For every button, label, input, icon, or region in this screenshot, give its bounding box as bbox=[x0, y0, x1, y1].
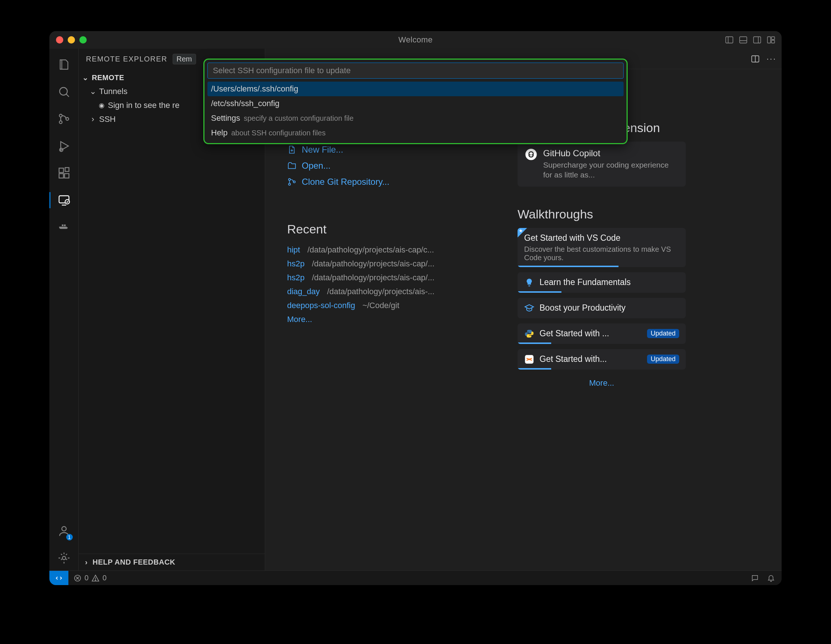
chevron-down-icon: ⌄ bbox=[89, 88, 97, 96]
updated-badge: Updated bbox=[647, 329, 679, 338]
bell-icon[interactable] bbox=[767, 574, 775, 582]
recent-item[interactable]: diag_day/data/pathology/projects/ais-... bbox=[287, 285, 492, 298]
svg-rect-18 bbox=[65, 167, 69, 172]
error-icon[interactable] bbox=[73, 574, 81, 582]
remote-explorer-icon[interactable] bbox=[49, 188, 79, 213]
card-description: Supercharge your coding experience for a… bbox=[543, 160, 678, 180]
walkthrough-python[interactable]: Get Started with ... Updated bbox=[517, 324, 686, 344]
walkthrough-productivity[interactable]: Boost your Productivity bbox=[517, 298, 686, 318]
svg-point-9 bbox=[60, 88, 67, 95]
copilot-icon bbox=[525, 148, 537, 161]
accounts-badge: 1 bbox=[66, 534, 73, 540]
svg-point-26 bbox=[288, 179, 290, 180]
quickpick-item[interactable]: /etc/ssh/ssh_config bbox=[207, 96, 624, 111]
svg-rect-2 bbox=[740, 37, 747, 43]
ssh-config-quickpick: /Users/clems/.ssh/config /etc/ssh/ssh_co… bbox=[203, 59, 628, 144]
svg-rect-4 bbox=[753, 37, 761, 43]
chevron-down-icon: ⌄ bbox=[81, 73, 90, 81]
maximize-window-button[interactable] bbox=[80, 36, 87, 43]
docker-icon[interactable] bbox=[49, 215, 79, 240]
welcome-page: Editing evolved Start New File... Open..… bbox=[265, 69, 782, 571]
svg-point-29 bbox=[525, 148, 536, 160]
svg-point-22 bbox=[62, 526, 66, 531]
extensions-icon[interactable] bbox=[49, 161, 79, 185]
activity-bar: 1 bbox=[49, 49, 79, 571]
clone-repo-link[interactable]: Clone Git Repository... bbox=[287, 174, 492, 190]
recent-item[interactable]: hs2p/data/pathology/projects/ais-cap/... bbox=[287, 257, 492, 271]
svg-rect-7 bbox=[771, 37, 775, 40]
recent-item[interactable]: hs2p/data/pathology/projects/ais-cap/... bbox=[287, 271, 492, 285]
chevron-right-icon: › bbox=[82, 558, 90, 566]
svg-point-27 bbox=[288, 183, 290, 185]
warning-icon[interactable] bbox=[91, 574, 99, 582]
svg-point-23 bbox=[62, 556, 65, 560]
python-icon bbox=[524, 328, 534, 339]
walkthroughs-more-link[interactable]: More... bbox=[589, 378, 614, 388]
window-title: Welcome bbox=[398, 35, 432, 45]
layout-controls bbox=[724, 35, 782, 45]
recent-item[interactable]: deepops-sol-config~/Code/git bbox=[287, 298, 492, 312]
settings-gear-icon[interactable] bbox=[49, 545, 79, 571]
jupyter-icon bbox=[524, 354, 534, 365]
accounts-icon[interactable]: 1 bbox=[49, 518, 79, 544]
svg-rect-8 bbox=[771, 40, 775, 43]
warning-count[interactable]: 0 bbox=[102, 574, 107, 582]
github-copilot-card[interactable]: GitHub Copilot Supercharge your coding e… bbox=[517, 142, 686, 187]
titlebar: Welcome bbox=[49, 31, 782, 49]
recent-item[interactable]: hipt/data/pathology/projects/ais-cap/c..… bbox=[287, 243, 492, 257]
feedback-icon[interactable] bbox=[751, 574, 759, 582]
svg-rect-6 bbox=[767, 37, 771, 43]
svg-rect-16 bbox=[59, 174, 63, 178]
traffic-lights bbox=[56, 36, 87, 43]
open-link[interactable]: Open... bbox=[287, 158, 492, 174]
recent-heading: Recent bbox=[287, 222, 492, 236]
more-actions-icon[interactable]: ··· bbox=[767, 54, 777, 64]
quickpick-item[interactable]: Helpabout SSH configuration files bbox=[207, 126, 624, 140]
source-control-icon[interactable] bbox=[49, 107, 79, 131]
walkthrough-jupyter[interactable]: Get Started with... Updated bbox=[517, 349, 686, 370]
svg-point-11 bbox=[59, 114, 62, 117]
search-icon[interactable] bbox=[49, 80, 79, 104]
minimize-window-button[interactable] bbox=[68, 36, 75, 43]
remote-explorer-dropdown[interactable]: Rem bbox=[173, 54, 196, 64]
status-bar: 0 0 bbox=[49, 571, 782, 585]
customize-layout-icon[interactable] bbox=[766, 35, 776, 45]
quickpick-item[interactable]: Settingsspecify a custom configuration f… bbox=[207, 111, 624, 126]
close-window-button[interactable] bbox=[56, 36, 63, 43]
panel-right-icon[interactable] bbox=[752, 35, 762, 45]
quickpick-item[interactable]: /Users/clems/.ssh/config bbox=[207, 81, 624, 96]
svg-line-10 bbox=[66, 94, 69, 97]
walkthrough-get-started[interactable]: Get Started with VS Code Discover the be… bbox=[517, 228, 686, 267]
svg-point-12 bbox=[59, 121, 62, 124]
help-feedback-section[interactable]: › HELP AND FEEDBACK bbox=[79, 554, 265, 571]
split-editor-icon[interactable] bbox=[751, 54, 760, 64]
walkthrough-fundamentals[interactable]: Learn the Fundamentals bbox=[517, 272, 686, 293]
vscode-window: Welcome 1 REMOTE EXPLORER Rem bbox=[49, 31, 782, 585]
run-debug-icon[interactable] bbox=[49, 134, 79, 158]
panel-left-icon[interactable] bbox=[724, 35, 734, 45]
svg-rect-0 bbox=[726, 37, 733, 43]
chevron-right-icon: › bbox=[89, 115, 97, 123]
error-count[interactable]: 0 bbox=[84, 574, 89, 582]
card-title: GitHub Copilot bbox=[543, 148, 678, 158]
explorer-icon[interactable] bbox=[49, 52, 79, 77]
svg-rect-15 bbox=[59, 168, 63, 173]
walkthroughs-heading: Walkthroughs bbox=[517, 207, 686, 222]
svg-point-33 bbox=[95, 580, 96, 580]
star-badge-icon bbox=[517, 228, 527, 238]
svg-rect-17 bbox=[64, 174, 69, 178]
remote-indicator[interactable] bbox=[49, 571, 68, 585]
updated-badge: Updated bbox=[647, 355, 679, 364]
sidebar-title: REMOTE EXPLORER bbox=[86, 55, 167, 63]
quickpick-input[interactable] bbox=[207, 62, 624, 79]
mortarboard-icon bbox=[524, 303, 534, 313]
panel-bottom-icon[interactable] bbox=[739, 35, 748, 45]
lightbulb-icon bbox=[524, 277, 534, 288]
recent-more-link[interactable]: More... bbox=[287, 315, 312, 324]
github-icon: ◉ bbox=[98, 101, 106, 109]
